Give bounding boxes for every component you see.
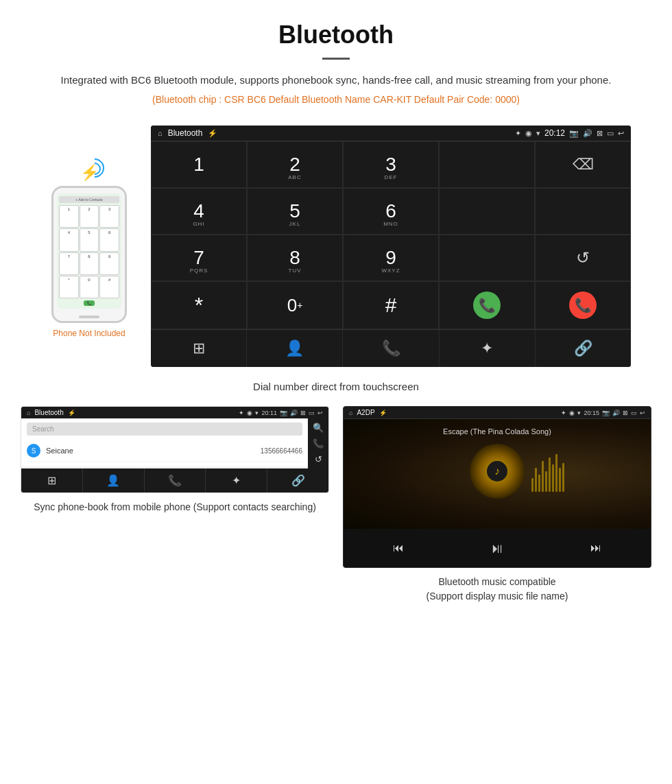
screen-status-icon: ⊠ bbox=[597, 129, 603, 138]
signal-status-icon: ▾ bbox=[536, 129, 540, 138]
nav-link-btn[interactable]: 🔗 bbox=[536, 330, 631, 367]
nav-bluetooth-btn[interactable]: ✦ bbox=[440, 330, 536, 367]
volume-status-icon: 🔊 bbox=[583, 129, 592, 138]
phone-add-contact-label: + Add to Contacts bbox=[59, 196, 119, 203]
phone-key-0: 0 bbox=[80, 276, 99, 298]
music-status-right: ✦ ◉ ▾ 20:15 📷 🔊 ⊠ ▭ ↩ bbox=[561, 409, 645, 416]
music-body: Escape (The Pina Colada Song) ♪ bbox=[344, 419, 651, 529]
phone-mock: ⚡ + Add to Contacts 1 2 3 4 5 6 7 8 9 * … bbox=[41, 154, 137, 338]
phone-key-6: 6 bbox=[99, 228, 119, 251]
pb-nav-contacts[interactable]: 👤 bbox=[83, 468, 145, 492]
phonebook-block: ⌂ Bluetooth ⚡ ✦ ◉ ▾ 20:11 📷 🔊 ⊠ ▭ ↩ bbox=[21, 406, 329, 604]
dial-empty-1 bbox=[439, 188, 535, 235]
phone-image: + Add to Contacts 1 2 3 4 5 6 7 8 9 * 0 … bbox=[51, 186, 127, 323]
dial-key-8[interactable]: 8TUV bbox=[247, 235, 343, 281]
dial-caption: Dial number direct from touchscreen bbox=[0, 374, 672, 406]
dial-empty-3 bbox=[439, 235, 535, 281]
location-status-icon: ◉ bbox=[525, 129, 532, 138]
contact-name: Seicane bbox=[46, 447, 261, 455]
android-dial-screen: ⌂ Bluetooth ⚡ ✦ ◉ ▾ 20:12 📷 🔊 ⊠ ▭ ↩ 1 2A… bbox=[151, 126, 631, 367]
viz-bar-3 bbox=[538, 475, 540, 492]
pb-home-icon: ⌂ bbox=[27, 409, 30, 416]
music-bt-icon: ✦ bbox=[561, 409, 566, 416]
dial-key-4[interactable]: 4GHI bbox=[151, 188, 247, 235]
pb-nav-link[interactable]: 🔗 bbox=[267, 468, 328, 492]
dial-endcall-btn[interactable]: 📞 bbox=[535, 281, 631, 329]
pb-bottom-nav: ⊞ 👤 📞 ✦ 🔗 bbox=[21, 468, 328, 492]
phone-key-8: 8 bbox=[80, 252, 99, 275]
music-block: ⌂ A2DP ⚡ ✦ ◉ ▾ 20:15 📷 🔊 ⊠ ▭ ↩ bbox=[343, 406, 651, 604]
phone-not-included-label: Phone Not Included bbox=[53, 329, 125, 338]
phone-key-2: 2 bbox=[80, 205, 99, 228]
dial-delete-btn[interactable]: ⌫ bbox=[535, 141, 631, 188]
dial-call-btn[interactable]: 📞 bbox=[439, 281, 535, 329]
music-time: 20:15 bbox=[584, 409, 599, 416]
dial-reload-btn[interactable]: ↺ bbox=[535, 235, 631, 281]
dial-section: ⚡ + Add to Contacts 1 2 3 4 5 6 7 8 9 * … bbox=[0, 126, 672, 374]
dial-statusbar: ⌂ Bluetooth ⚡ ✦ ◉ ▾ 20:12 📷 🔊 ⊠ ▭ ↩ bbox=[151, 126, 631, 141]
pb-nav-apps[interactable]: ⊞ bbox=[21, 468, 83, 492]
usb-icon: ⚡ bbox=[208, 129, 217, 138]
page-title: Bluetooth bbox=[41, 21, 631, 49]
music-controls: ⏮ ⏯ ⏭ bbox=[344, 529, 651, 567]
call-red-icon: 📞 bbox=[569, 292, 597, 319]
pb-body: Search S Seicane 13566664466 bbox=[21, 418, 308, 466]
statusbar-left: ⌂ Bluetooth ⚡ bbox=[158, 128, 217, 138]
dial-key-0[interactable]: 0+ bbox=[247, 281, 343, 329]
music-screen: ⌂ A2DP ⚡ ✦ ◉ ▾ 20:15 📷 🔊 ⊠ ▭ ↩ bbox=[343, 406, 651, 568]
dial-key-9[interactable]: 9WXYZ bbox=[343, 235, 439, 281]
music-content: Escape (The Pina Colada Song) ♪ bbox=[352, 427, 643, 499]
music-usb-icon: ⚡ bbox=[379, 409, 387, 416]
music-caption: Bluetooth music compatible(Support displ… bbox=[427, 575, 568, 604]
phone-key-hash: # bbox=[99, 276, 119, 298]
music-back-icon: ↩ bbox=[640, 409, 645, 416]
viz-bar-9 bbox=[559, 468, 561, 492]
music-next-btn[interactable]: ⏭ bbox=[586, 538, 606, 558]
music-home-icon: ⌂ bbox=[349, 409, 352, 416]
dial-key-star[interactable]: * bbox=[151, 281, 247, 329]
viz-bar-5 bbox=[545, 471, 547, 492]
pb-sig-icon: ▾ bbox=[255, 409, 259, 416]
phone-key-7: 7 bbox=[59, 252, 79, 275]
dial-key-6[interactable]: 6MNO bbox=[343, 188, 439, 235]
phone-key-4: 4 bbox=[59, 228, 79, 251]
music-win-icon: ▭ bbox=[631, 409, 637, 416]
pb-sync-icon[interactable]: ↺ bbox=[315, 454, 322, 464]
pb-nav-bt[interactable]: ✦ bbox=[206, 468, 267, 492]
dial-key-1[interactable]: 1 bbox=[151, 141, 247, 188]
bottom-screenshots: ⌂ Bluetooth ⚡ ✦ ◉ ▾ 20:11 📷 🔊 ⊠ ▭ ↩ bbox=[0, 406, 672, 617]
pb-usb-icon: ⚡ bbox=[68, 409, 75, 416]
pb-call-icon[interactable]: 📞 bbox=[313, 438, 324, 449]
pb-statusbar: ⌂ Bluetooth ⚡ ✦ ◉ ▾ 20:11 📷 🔊 ⊠ ▭ ↩ bbox=[21, 407, 328, 418]
pb-scr-icon: ⊠ bbox=[300, 409, 306, 416]
nav-apps-btn[interactable]: ⊞ bbox=[151, 330, 247, 367]
window-status-icon: ▭ bbox=[607, 129, 614, 138]
music-playpause-btn[interactable]: ⏯ bbox=[485, 536, 509, 560]
viz-bar-6 bbox=[549, 458, 551, 492]
dial-key-3[interactable]: 3DEF bbox=[343, 141, 439, 188]
dial-key-2[interactable]: 2ABC bbox=[247, 141, 343, 188]
contact-avatar: S bbox=[27, 444, 40, 458]
viz-bar-10 bbox=[562, 463, 564, 492]
pb-bt-icon: ✦ bbox=[239, 409, 244, 416]
pb-search-field[interactable]: Search bbox=[27, 423, 302, 436]
home-icon[interactable]: ⌂ bbox=[158, 129, 163, 137]
dial-key-5[interactable]: 5JKL bbox=[247, 188, 343, 235]
pb-layout: Search S Seicane 13566664466 🔍 📞 ↺ bbox=[21, 418, 328, 468]
pb-time: 20:11 bbox=[261, 409, 277, 416]
dial-key-hash[interactable]: # bbox=[343, 281, 439, 329]
pb-statusbar-right: ✦ ◉ ▾ 20:11 📷 🔊 ⊠ ▭ ↩ bbox=[239, 409, 323, 416]
phone-dial-grid: 1 2 3 4 5 6 7 8 9 * 0 # bbox=[59, 205, 119, 298]
dial-key-7[interactable]: 7PQRS bbox=[151, 235, 247, 281]
pb-search-icon[interactable]: 🔍 bbox=[313, 423, 324, 433]
viz-bar-8 bbox=[555, 454, 557, 492]
music-statusbar: ⌂ A2DP ⚡ ✦ ◉ ▾ 20:15 📷 🔊 ⊠ ▭ ↩ bbox=[344, 407, 651, 419]
page-specs: (Bluetooth chip : CSR BC6 Default Blueto… bbox=[41, 94, 631, 105]
nav-calls-btn[interactable]: 📞 bbox=[343, 330, 439, 367]
viz-bar-1 bbox=[531, 478, 533, 492]
viz-bar-2 bbox=[535, 468, 537, 492]
phone-screen: + Add to Contacts 1 2 3 4 5 6 7 8 9 * 0 … bbox=[57, 193, 121, 309]
music-prev-btn[interactable]: ⏮ bbox=[388, 538, 409, 558]
pb-nav-calls[interactable]: 📞 bbox=[145, 468, 206, 492]
nav-contacts-btn[interactable]: 👤 bbox=[247, 330, 343, 367]
